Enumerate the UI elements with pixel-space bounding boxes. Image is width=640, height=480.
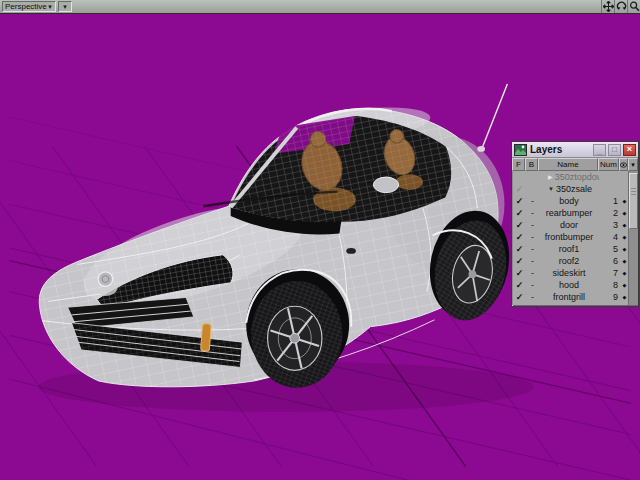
- layer-foreground-check[interactable]: ✓: [513, 219, 526, 231]
- maximize-button[interactable]: □: [608, 144, 621, 156]
- view-mode-label: Perspective: [5, 2, 47, 11]
- layer-row[interactable]: ✓-rearbumper2◆: [513, 207, 628, 219]
- layer-background-toggle[interactable]: -: [526, 195, 539, 207]
- wireframe-car-model[interactable]: [38, 84, 533, 412]
- layer-marker: ◆: [620, 279, 628, 291]
- layer-marker: ◆: [620, 219, 628, 231]
- group-name[interactable]: ▼350zsale: [539, 183, 599, 195]
- view-mode-select[interactable]: Perspective ▼: [2, 1, 56, 12]
- layer-foreground-check[interactable]: ✓: [513, 267, 526, 279]
- layers-panel: Layers _ □ × F B Name Num ▼ ▶350: [511, 141, 639, 307]
- layer-name[interactable]: hood: [539, 279, 599, 291]
- antenna: [477, 84, 507, 152]
- layer-foreground-check[interactable]: ✓: [513, 243, 526, 255]
- layers-column-header: F B Name Num: [512, 158, 628, 171]
- layer-marker: ◆: [620, 255, 628, 267]
- layer-marker: ◆: [620, 231, 628, 243]
- layer-name[interactable]: roof1: [539, 243, 599, 255]
- layer-background-toggle[interactable]: -: [526, 243, 539, 255]
- layer-name[interactable]: door: [539, 219, 599, 231]
- close-button[interactable]: ×: [623, 144, 636, 156]
- layer-background-toggle[interactable]: -: [526, 279, 539, 291]
- layer-name[interactable]: frontgrill: [539, 291, 599, 303]
- panel-options-dropdown[interactable]: ▼: [628, 158, 638, 171]
- layer-foreground-check[interactable]: ✓: [513, 195, 526, 207]
- side-mirror: [373, 177, 398, 193]
- hood-badge: [98, 272, 113, 287]
- view-options-dropdown[interactable]: ▼: [58, 1, 72, 12]
- layer-name[interactable]: body: [539, 195, 599, 207]
- layer-foreground-check[interactable]: ✓: [513, 231, 526, 243]
- layer-row[interactable]: ✓-body1◆: [513, 195, 628, 207]
- layer-number: 9: [599, 291, 620, 303]
- column-b[interactable]: B: [525, 158, 538, 171]
- column-num[interactable]: Num: [598, 158, 619, 171]
- layer-number: 7: [599, 267, 620, 279]
- layer-row[interactable]: ✓-door3◆: [513, 219, 628, 231]
- layer-name[interactable]: frontbumper: [539, 231, 599, 243]
- layer-row[interactable]: ✓-roof26◆: [513, 255, 628, 267]
- layer-row[interactable]: ✓-roof15◆: [513, 243, 628, 255]
- layer-marker: ◆: [620, 243, 628, 255]
- layer-background-toggle[interactable]: -: [526, 255, 539, 267]
- layer-group-row[interactable]: ✓▼350zsale: [513, 183, 628, 195]
- layer-number: 8: [599, 279, 620, 291]
- layer-number: 6: [599, 255, 620, 267]
- layer-number: 4: [599, 231, 620, 243]
- layer-foreground-check[interactable]: ✓: [513, 279, 526, 291]
- magnify-icon[interactable]: [627, 0, 640, 13]
- layer-number: 2: [599, 207, 620, 219]
- layer-marker: ◆: [620, 195, 628, 207]
- expand-arrow-icon[interactable]: ▼: [548, 186, 554, 192]
- layer-name[interactable]: rearbumper: [539, 207, 599, 219]
- column-name[interactable]: Name: [538, 158, 598, 171]
- group-name[interactable]: ▶350ztopdow...: [539, 171, 599, 183]
- layer-group-row[interactable]: ▶350ztopdow...: [513, 171, 628, 183]
- layer-marker: ◆: [620, 267, 628, 279]
- door-handle: [346, 248, 356, 254]
- layer-number: 3: [599, 219, 620, 231]
- layer-row[interactable]: ✓-sideskirt7◆: [513, 267, 628, 279]
- layer-marker: ◆: [620, 207, 628, 219]
- rotate-icon[interactable]: [614, 0, 627, 13]
- chevron-down-icon: ▼: [47, 4, 53, 10]
- layer-number: 5: [599, 243, 620, 255]
- side-marker-lamp: [201, 323, 212, 351]
- pan-icon[interactable]: [601, 0, 614, 13]
- group-check[interactable]: ✓: [513, 183, 526, 195]
- scrollbar-thumb[interactable]: [629, 173, 638, 229]
- layer-foreground-check[interactable]: ✓: [513, 207, 526, 219]
- layer-foreground-check[interactable]: ✓: [513, 291, 526, 303]
- layer-foreground-check[interactable]: ✓: [513, 255, 526, 267]
- viewport-toolbar: Perspective ▼ ▼: [0, 0, 640, 14]
- eye-icon[interactable]: [619, 158, 628, 171]
- layer-marker: ◆: [620, 291, 628, 303]
- layers-scrollbar[interactable]: [628, 171, 638, 305]
- minimize-button[interactable]: _: [593, 144, 606, 156]
- layer-background-toggle[interactable]: -: [526, 219, 539, 231]
- viewport-nav-tools: [601, 0, 640, 13]
- layer-background-toggle[interactable]: -: [526, 207, 539, 219]
- layer-name[interactable]: sideskirt: [539, 267, 599, 279]
- layer-background-toggle[interactable]: -: [526, 267, 539, 279]
- layer-row[interactable]: ✓-hood8◆: [513, 279, 628, 291]
- layer-row[interactable]: ✓-frontbumper4◆: [513, 231, 628, 243]
- layer-row[interactable]: ✓-frontgrill9◆: [513, 291, 628, 303]
- layers-title: Layers: [530, 144, 591, 155]
- chevron-down-icon: ▼: [62, 4, 68, 10]
- layers-panel-icon: [514, 144, 527, 156]
- layer-name[interactable]: roof2: [539, 255, 599, 267]
- layers-titlebar[interactable]: Layers _ □ ×: [512, 142, 638, 158]
- collapse-arrow-icon[interactable]: ▶: [548, 174, 553, 180]
- layer-list: ▶350ztopdow...✓▼350zsale✓-body1◆✓-rearbu…: [512, 171, 628, 305]
- layer-background-toggle[interactable]: -: [526, 231, 539, 243]
- layer-number: 1: [599, 195, 620, 207]
- app-window: Perspective ▼ ▼: [0, 0, 640, 480]
- column-f[interactable]: F: [512, 158, 525, 171]
- layer-background-toggle[interactable]: -: [526, 291, 539, 303]
